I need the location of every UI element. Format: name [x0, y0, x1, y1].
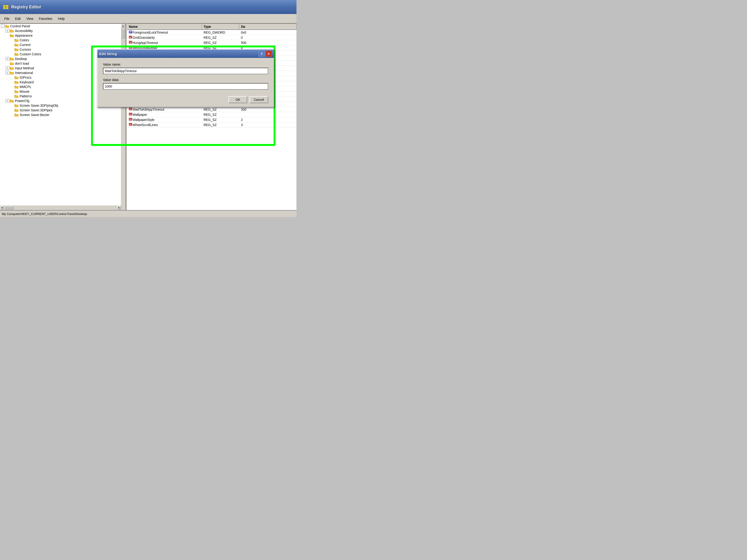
tree-label-screensaver-bezier: Screen Saver.Bezier	[20, 113, 50, 117]
table-row[interactable]: abHungAppTimeoutREG_SZ500	[127, 40, 297, 45]
table-row[interactable]: abWallpaperREG_SZ	[127, 112, 297, 117]
tree-label-patterns: Patterns	[20, 94, 32, 98]
tree-label-dont-load: don't load	[15, 61, 29, 66]
table-row[interactable]: abWallpaperStyleREG_SZ2	[127, 117, 297, 122]
status-text: My Computer\HKEY_CURRENT_USER\Control Pa…	[2, 212, 87, 216]
svg-rect-64	[15, 114, 16, 114]
svg-rect-5	[6, 7, 8, 9]
status-bar: My Computer\HKEY_CURRENT_USER\Control Pa…	[0, 210, 297, 217]
dialog-cancel-button[interactable]: Cancel	[250, 96, 268, 103]
app-title: Registry Editor	[11, 5, 41, 9]
value-name-input[interactable]	[103, 68, 268, 74]
folder-icon-keyboard	[15, 80, 19, 84]
edit-string-dialog[interactable]: Edit String ? × Value name: Value data: …	[97, 49, 274, 107]
tree-item-current[interactable]: Current	[0, 43, 121, 47]
tree-expand-powercfg[interactable]: +	[6, 99, 9, 103]
svg-rect-13	[10, 34, 11, 35]
svg-rect-3	[6, 5, 8, 7]
tree-item-screensaver-3dpipes[interactable]: Screen Saver.3DPipes	[0, 108, 121, 112]
col-data[interactable]: Da	[239, 24, 297, 30]
tree-item-colors[interactable]: Colors	[0, 38, 121, 43]
svg-rect-14	[10, 35, 14, 37]
svg-rect-8	[5, 26, 9, 28]
svg-rect-16	[15, 39, 16, 40]
tree-label-keyboard: Keyboard	[20, 80, 34, 84]
tree-item-accessibility[interactable]: + Accessibility	[0, 28, 121, 33]
cell-name: abWallpaperStyle	[127, 117, 202, 122]
svg-rect-44	[15, 82, 18, 83]
svg-rect-31	[10, 62, 11, 63]
svg-text:ab: ab	[129, 41, 131, 44]
app-icon	[2, 4, 9, 10]
tree-item-control-panel[interactable]: − Control Panel	[0, 24, 121, 28]
table-row[interactable]: abWaitToKillAppTimeoutREG_SZ200	[127, 107, 297, 112]
svg-rect-59	[15, 105, 18, 107]
cell-name: abWallpaper	[127, 112, 202, 117]
tree-label-desktop: Desktop	[15, 57, 27, 61]
folder-icon-custom-colors	[15, 52, 19, 56]
svg-rect-61	[15, 109, 16, 110]
folder-icon-accessibility	[10, 29, 14, 33]
folder-icon-colors	[15, 38, 19, 42]
svg-rect-10	[10, 30, 11, 30]
cell-type: REG_SZ	[202, 122, 239, 127]
dialog-title: Edit String	[99, 52, 117, 56]
folder-icon-mmcpl	[15, 85, 19, 89]
folder-icon-patterns	[15, 94, 19, 98]
col-type[interactable]: Type	[202, 24, 239, 30]
cell-type: REG_SZ	[202, 107, 239, 112]
cell-data	[239, 112, 297, 117]
table-row[interactable]: abGridGranularityREG_SZ0	[127, 35, 297, 40]
folder-icon-appearance	[10, 34, 14, 37]
tree-item-screensaver-bezier[interactable]: Screen Saver.Bezier	[0, 112, 121, 117]
scrollbar-corner	[121, 205, 126, 210]
svg-rect-38	[10, 72, 14, 74]
folder-icon-powercfg	[10, 99, 14, 103]
folder-icon-desktop	[10, 57, 14, 61]
svg-text:ab: ab	[129, 118, 131, 121]
tree-expand-desktop[interactable]: +	[6, 57, 9, 61]
value-data-input[interactable]	[103, 83, 268, 90]
menu-favorites[interactable]: Favorites	[37, 16, 55, 22]
folder-icon-ioprocs	[15, 76, 19, 79]
svg-rect-20	[15, 44, 18, 46]
svg-rect-35	[10, 68, 14, 70]
tree-item-appearance[interactable]: Appearance	[0, 33, 121, 38]
menu-help[interactable]: Help	[56, 16, 67, 22]
cell-name: abWheelScrollLines	[127, 122, 202, 127]
tree-expand-accessibility[interactable]: +	[6, 29, 9, 33]
value-name-label: Value name:	[103, 62, 268, 66]
svg-rect-2	[3, 5, 6, 6]
dialog-help-button[interactable]: ?	[258, 51, 265, 57]
col-name[interactable]: Name	[127, 24, 202, 30]
tree-horizontal-scrollbar[interactable]: ◄ ►	[0, 205, 121, 210]
svg-rect-7	[5, 25, 7, 26]
dialog-close-button[interactable]: ×	[265, 51, 272, 57]
cell-data: 0x0	[239, 30, 297, 35]
dialog-title-buttons: ? ×	[258, 51, 272, 57]
folder-icon-dont-load	[10, 61, 14, 66]
table-row[interactable]: abWheelScrollLinesREG_SZ3	[127, 122, 297, 127]
menu-file[interactable]: File	[2, 16, 12, 22]
folder-icon-cursors	[15, 48, 19, 51]
svg-rect-65	[15, 114, 18, 116]
cell-type: REG_SZ	[202, 35, 239, 40]
tree-expand-international[interactable]: +	[6, 71, 9, 75]
svg-rect-55	[10, 100, 11, 100]
menu-edit[interactable]: Edit	[13, 16, 23, 22]
menu-view[interactable]: View	[24, 16, 36, 22]
svg-rect-28	[10, 58, 11, 58]
cell-name: abHungAppTimeout	[127, 40, 202, 45]
tree-expand-input-method[interactable]: +	[6, 66, 9, 70]
dialog-ok-button[interactable]: OK	[229, 96, 247, 103]
svg-rect-19	[15, 44, 16, 44]
svg-rect-46	[15, 86, 16, 86]
tree-label-mmcpl: MMCPL	[20, 85, 31, 89]
value-data-label: Value data:	[103, 78, 268, 82]
cell-type: REG_DWORD	[202, 30, 239, 35]
folder-icon-screensaver-3dfly	[15, 104, 19, 107]
svg-rect-22	[15, 48, 16, 49]
tree-expand-control-panel[interactable]: −	[1, 24, 5, 28]
table-row[interactable]: ForegroundLockTimeoutREG_DWORD0x0	[127, 30, 297, 35]
svg-text:ab: ab	[129, 47, 131, 49]
